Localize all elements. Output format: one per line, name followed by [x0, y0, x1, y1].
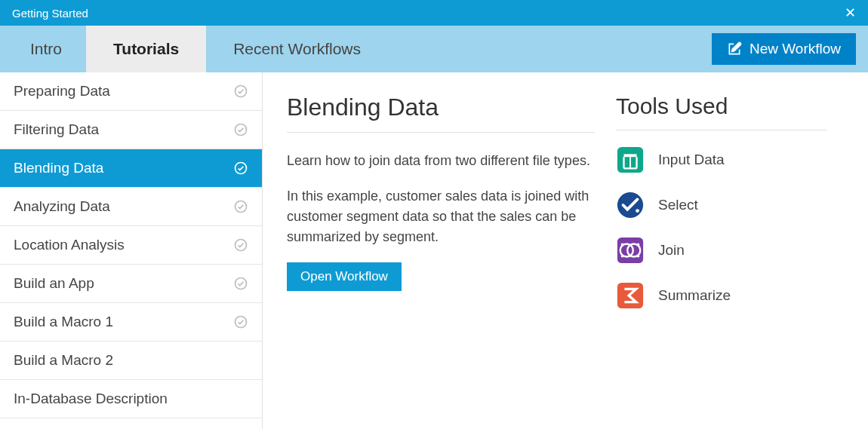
tools-used: Tools Used Input DataSelectJoinSummarize — [613, 93, 868, 429]
check-circle-icon — [233, 199, 248, 214]
check-circle-icon — [233, 84, 248, 99]
tutorial-list-label: Blending Data — [14, 160, 103, 176]
svg-point-16 — [637, 255, 640, 258]
check-circle-icon — [233, 122, 248, 137]
select-icon — [616, 191, 645, 219]
summarize-icon — [616, 281, 645, 310]
tutorial-list-item[interactable]: Filtering Data — [0, 111, 262, 149]
tutorial-list-label: Preparing Data — [14, 83, 110, 100]
tab-label: Tutorials — [113, 40, 179, 58]
tutorial-list-label: Build a Macro 1 — [14, 314, 113, 330]
svg-point-2 — [235, 163, 247, 174]
tutorial-list-label: Build a Macro 2 — [14, 352, 113, 369]
tutorial-list-label: Build an App — [14, 275, 94, 292]
tutorial-list-label: Analyzing Data — [14, 198, 110, 215]
tab-label: Recent Workflows — [233, 40, 361, 58]
tutorial-list-label: Location Analysis — [14, 237, 125, 253]
tool-label: Summarize — [658, 287, 731, 304]
tool-item[interactable]: Input Data — [616, 146, 868, 174]
tutorial-list-item[interactable]: Preparing Data — [0, 72, 262, 111]
window-title: Getting Started — [12, 7, 88, 20]
svg-point-0 — [235, 86, 247, 97]
getting-started-window: Getting Started ✕ Intro Tutorials Recent… — [0, 0, 868, 429]
svg-point-15 — [621, 255, 624, 258]
tutorial-list-item[interactable]: Build a Macro 2 — [0, 342, 262, 380]
titlebar: Getting Started ✕ — [0, 0, 868, 26]
svg-point-1 — [235, 124, 247, 136]
tool-label: Input Data — [658, 152, 725, 168]
check-circle-icon — [233, 161, 248, 176]
edit-icon — [727, 41, 742, 57]
tutorial-list-item[interactable]: Build a Macro 1 — [0, 303, 262, 342]
svg-point-14 — [637, 244, 640, 247]
svg-point-5 — [235, 278, 247, 290]
svg-point-4 — [235, 240, 247, 251]
tool-label: Join — [658, 242, 685, 259]
tutorial-list-item[interactable]: Analyzing Data — [0, 188, 262, 226]
input-data-icon — [616, 146, 645, 174]
tool-item[interactable]: Summarize — [616, 281, 868, 310]
svg-point-13 — [621, 244, 624, 247]
tutorial-list-item[interactable]: Blending Data — [0, 149, 262, 188]
tutorial-title: Blending Data — [287, 93, 595, 133]
svg-point-9 — [636, 209, 639, 213]
tab-intro[interactable]: Intro — [6, 26, 86, 72]
tab-tutorials[interactable]: Tutorials — [86, 26, 206, 72]
button-label: Open Workflow — [300, 269, 388, 283]
tab-recent-workflows[interactable]: Recent Workflows — [206, 26, 388, 72]
tutorial-description-1: Learn how to join data from two differen… — [287, 151, 595, 171]
content: Preparing DataFiltering DataBlending Dat… — [0, 72, 868, 429]
tool-item[interactable]: Join — [616, 236, 868, 265]
new-workflow-button[interactable]: New Workflow — [712, 33, 856, 65]
tutorial-list: Preparing DataFiltering DataBlending Dat… — [0, 72, 263, 429]
tool-label: Select — [658, 197, 698, 213]
tabbar: Intro Tutorials Recent Workflows New Wor… — [0, 26, 868, 72]
tutorial-list-item[interactable]: In-Database Description — [0, 380, 262, 418]
check-circle-icon — [233, 276, 248, 291]
svg-point-3 — [235, 201, 247, 213]
open-workflow-button[interactable]: Open Workflow — [287, 262, 402, 291]
tutorial-list-label: Filtering Data — [14, 121, 99, 138]
main: Blending Data Learn how to join data fro… — [263, 72, 868, 429]
tutorial-list-item[interactable]: Build an App — [0, 265, 262, 303]
svg-rect-10 — [617, 237, 643, 263]
tab-label: Intro — [30, 40, 62, 58]
tutorial-list-item[interactable]: Location Analysis — [0, 226, 262, 265]
svg-point-6 — [235, 317, 247, 328]
check-circle-icon — [233, 314, 248, 329]
tools-title: Tools Used — [616, 93, 827, 130]
button-label: New Workflow — [749, 41, 841, 57]
check-circle-icon — [233, 237, 248, 253]
join-icon — [616, 236, 645, 265]
tutorial-description-2: In this example, customer sales data is … — [287, 186, 595, 247]
tabs: Intro Tutorials Recent Workflows — [6, 26, 388, 72]
tutorial-list-label: In-Database Description — [14, 391, 168, 407]
close-icon[interactable]: ✕ — [842, 5, 859, 21]
tutorial-detail: Blending Data Learn how to join data fro… — [287, 93, 613, 429]
tool-item[interactable]: Select — [616, 191, 868, 219]
